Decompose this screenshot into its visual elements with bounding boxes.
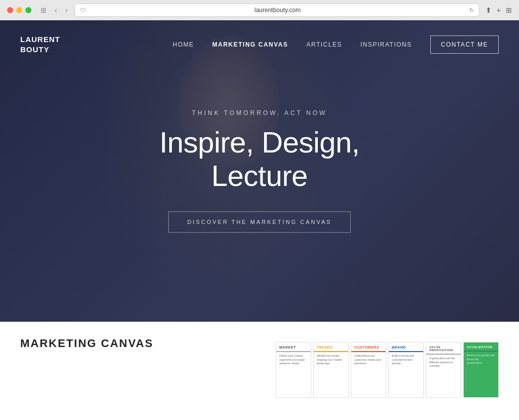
address-bar[interactable]: 🛡 laurentbouty.com ↻	[75, 4, 479, 17]
hero-cta-button[interactable]: DISCOVER THE MARKETING CANVAS	[168, 211, 350, 233]
website-content: LAURENT BOUTY HOME MARKETING CANVAS ARTI…	[0, 20, 519, 420]
section-title-area: MARKETING CANVAS	[20, 337, 154, 350]
forward-button[interactable]: ›	[63, 5, 70, 15]
canvas-cards-preview: MARKET Define your market segments and t…	[276, 342, 499, 398]
hero-section: LAURENT BOUTY HOME MARKETING CANVAS ARTI…	[0, 20, 519, 322]
nav-inspirations[interactable]: INSPIRATIONS	[360, 41, 412, 48]
card-brand-body: Build a strong and consistent brand iden…	[389, 352, 423, 397]
maximize-button[interactable]	[25, 7, 31, 13]
card-market-body: Define your market segments and target a…	[276, 352, 311, 397]
canvas-preview-area: MARKET Define your market segments and t…	[174, 337, 499, 398]
card-accelerator-body: Boost your growth with these key acceler…	[464, 352, 498, 397]
card-trends-header: TRENDS	[314, 342, 348, 352]
browser-controls: ⊞ ‹ ›	[39, 5, 69, 15]
site-navigation: LAURENT BOUTY HOME MARKETING CANVAS ARTI…	[0, 20, 519, 68]
card-trends-body: Identify key trends shaping your market …	[314, 352, 348, 397]
card-value-body: A great deck and the different aspects t…	[426, 355, 461, 397]
tabs-overview-icon[interactable]: ⊞	[506, 6, 512, 14]
traffic-lights	[7, 7, 31, 13]
card-customers-header: CUSTOMERS	[351, 342, 386, 352]
canvas-card-market[interactable]: MARKET Define your market segments and t…	[276, 342, 311, 398]
card-customers-body: Understand your customers needs and beha…	[351, 352, 386, 397]
hero-tagline: THINK TOMORROW, ACT NOW	[0, 109, 519, 117]
sidebar-toggle-button[interactable]: ⊞	[39, 5, 49, 15]
card-market-header: MARKET	[276, 342, 311, 352]
card-brand-header: BRAND	[389, 342, 423, 352]
canvas-card-brand[interactable]: BRAND Build a strong and consistent bran…	[388, 342, 424, 398]
contact-button[interactable]: CONTACT ME	[430, 35, 499, 54]
below-fold-section: MARKETING CANVAS MARKET Define your mark…	[0, 322, 519, 420]
canvas-card-customers[interactable]: CUSTOMERS Understand your customers need…	[351, 342, 386, 398]
refresh-icon[interactable]: ↻	[469, 7, 474, 14]
url-display: laurentbouty.com	[89, 7, 466, 14]
site-logo[interactable]: LAURENT BOUTY	[20, 34, 60, 54]
browser-titlebar: ⊞ ‹ › 🛡 laurentbouty.com ↻ ⬆ + ⊞	[0, 0, 519, 20]
nav-home[interactable]: HOME	[173, 41, 194, 48]
hero-content: THINK TOMORROW, ACT NOW Inspire, Design,…	[0, 109, 519, 233]
card-accelerator-header: ACCELERATOR	[464, 342, 498, 352]
minimize-button[interactable]	[16, 7, 22, 13]
canvas-card-accelerator[interactable]: ACCELERATOR Boost your growth with these…	[463, 342, 499, 398]
back-button[interactable]: ‹	[53, 5, 59, 15]
browser-action-buttons: ⬆ + ⊞	[486, 6, 512, 14]
hero-title: Inspire, Design, Lecture	[0, 126, 519, 193]
browser-window: ⊞ ‹ › 🛡 laurentbouty.com ↻ ⬆ + ⊞	[0, 0, 519, 20]
canvas-card-value[interactable]: VALUE PROPOSITION A great deck and the d…	[426, 342, 461, 398]
card-value-header: VALUE PROPOSITION	[426, 342, 461, 355]
canvas-card-trends[interactable]: TRENDS Identify key trends shaping your …	[313, 342, 349, 398]
share-icon[interactable]: ⬆	[486, 6, 492, 14]
nav-marketing-canvas[interactable]: MARKETING CANVAS	[212, 41, 288, 48]
nav-links: HOME MARKETING CANVAS ARTICLES INSPIRATI…	[173, 35, 499, 54]
close-button[interactable]	[7, 7, 13, 13]
section-title: MARKETING CANVAS	[20, 337, 154, 350]
nav-articles[interactable]: ARTICLES	[307, 41, 342, 48]
new-tab-icon[interactable]: +	[497, 6, 501, 14]
security-icon: 🛡	[80, 7, 86, 13]
